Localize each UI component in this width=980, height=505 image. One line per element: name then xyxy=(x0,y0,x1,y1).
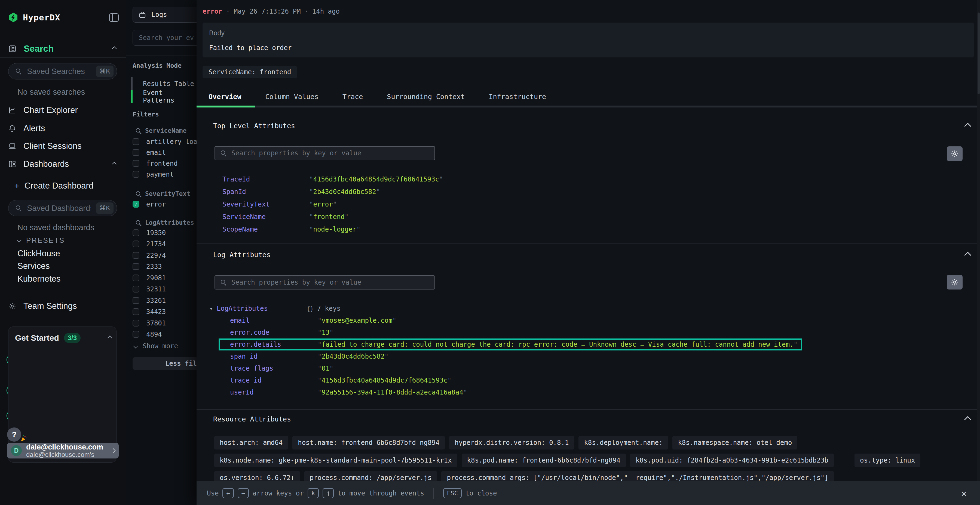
attribute-value[interactable]: vmoses@example.com xyxy=(321,317,392,324)
tab-infrastructure[interactable]: Infrastructure xyxy=(477,87,558,106)
attribute-key[interactable]: ServiceName xyxy=(223,213,309,221)
scrollbar[interactable] xyxy=(977,0,980,505)
service-name-chip[interactable]: ServiceName: frontend xyxy=(202,66,297,78)
attributes-settings-button[interactable] xyxy=(947,275,963,289)
tab-column-values[interactable]: Column Values xyxy=(253,87,331,106)
property-search-input[interactable] xyxy=(231,278,429,286)
attribute-row[interactable]: error.code "13" xyxy=(230,329,802,337)
sidebar-item-team-settings[interactable]: Team Settings xyxy=(8,301,118,311)
sidebar-item-chart-explorer[interactable]: Chart Explorer xyxy=(8,105,118,116)
attribute-key[interactable]: SeverityText xyxy=(223,200,309,208)
presets-toggle[interactable]: PRESETS xyxy=(18,236,65,245)
checkbox[interactable] xyxy=(132,138,139,145)
scrollbar-thumb[interactable] xyxy=(978,13,980,94)
resource-chip[interactable]: host.arch: amd64 xyxy=(214,436,288,449)
collapse-section-icon[interactable] xyxy=(964,416,971,423)
attribute-key[interactable]: TraceId xyxy=(223,176,309,183)
collapse-section-icon[interactable] xyxy=(964,252,971,259)
property-search-box[interactable] xyxy=(215,146,435,160)
source-select-button[interactable]: Logs xyxy=(132,7,197,22)
less-filters-button[interactable]: Less fil xyxy=(132,357,197,370)
checkbox[interactable] xyxy=(132,297,139,304)
create-dashboard-button[interactable]: + Create Dashboard xyxy=(14,180,93,191)
resource-chip[interactable]: k8s.deployment.name: xyxy=(579,436,668,449)
filter-option[interactable]: 34423 xyxy=(132,308,166,315)
attribute-key[interactable]: span_id xyxy=(230,353,318,360)
property-search-input[interactable] xyxy=(231,149,429,157)
user-menu[interactable]: D dale@clickhouse.com dale@clickhouse.co… xyxy=(7,443,119,459)
attribute-value[interactable]: node-logger xyxy=(313,226,356,233)
attribute-row[interactable]: trace_id "4156d3fbc40a64854d9dc7f6864159… xyxy=(230,376,802,384)
checkbox[interactable] xyxy=(132,171,139,178)
filter-option[interactable]: artillery-loa xyxy=(132,138,197,145)
checkbox-checked[interactable]: ✓ xyxy=(132,201,139,208)
attribute-value[interactable]: failed to charge card: could not charge … xyxy=(321,341,794,348)
tab-surrounding-context[interactable]: Surrounding Context xyxy=(375,87,477,106)
attribute-value[interactable]: 01 xyxy=(321,365,329,372)
log-attributes-tree-root[interactable]: ▾ LogAttributes {} 7 keys xyxy=(210,305,340,313)
filter-option[interactable]: 37801 xyxy=(132,319,166,327)
resource-chip[interactable]: hyperdx.distro.version: 0.8.1 xyxy=(449,436,574,449)
search-icon[interactable] xyxy=(135,191,141,197)
help-button[interactable]: ? xyxy=(7,427,21,441)
filter-option[interactable]: 4894 xyxy=(132,330,162,338)
checkbox[interactable] xyxy=(132,275,139,281)
event-search-box[interactable] xyxy=(132,30,197,46)
checkbox[interactable] xyxy=(132,160,139,167)
resource-chip[interactable]: os.type: linux xyxy=(854,454,920,467)
attribute-row[interactable]: SpanId "2b43d0c4dd6bc582" xyxy=(223,188,443,196)
property-search-box[interactable] xyxy=(215,275,435,289)
saved-dashboards-input[interactable] xyxy=(26,203,91,213)
attribute-key[interactable]: email xyxy=(230,317,318,324)
attribute-row[interactable]: ServiceName "frontend" xyxy=(223,213,443,221)
mode-results-table[interactable]: Results Table xyxy=(131,77,194,90)
attribute-key[interactable]: error.code xyxy=(230,329,318,336)
attribute-value[interactable]: 2b43d0c4dd6bc582 xyxy=(321,353,384,360)
attribute-value[interactable]: error xyxy=(313,200,332,208)
checkbox[interactable] xyxy=(132,149,139,156)
checkbox[interactable] xyxy=(132,241,139,247)
filter-option[interactable]: 19350 xyxy=(132,229,166,237)
attribute-row-highlighted[interactable]: error.details "failed to charge card: co… xyxy=(219,338,802,351)
checkbox[interactable] xyxy=(132,331,139,338)
chevron-up-icon[interactable] xyxy=(108,336,112,340)
filter-option[interactable]: 21734 xyxy=(132,240,166,248)
attribute-value[interactable]: 4156d3fbc40a64854d9dc7f68641593c xyxy=(321,376,447,384)
checkbox[interactable] xyxy=(132,229,139,236)
sidebar-item-client-sessions[interactable]: Client Sessions xyxy=(8,141,118,152)
checkbox[interactable] xyxy=(132,263,139,270)
attribute-value[interactable]: 2b43d0c4dd6bc582 xyxy=(313,188,376,195)
attribute-row[interactable]: email "vmoses@example.com" xyxy=(230,316,802,325)
filter-option[interactable]: 22974 xyxy=(132,252,166,259)
attribute-row[interactable]: trace_flags "01" xyxy=(230,364,802,373)
sidebar-item-dashboards[interactable]: Dashboards xyxy=(8,159,118,170)
attribute-key[interactable]: LogAttributes xyxy=(217,305,307,312)
attribute-key[interactable]: SpanId xyxy=(223,188,309,195)
resource-chip[interactable]: host.name: frontend-6b6c8d7bfd-ng894 xyxy=(293,436,445,449)
saved-dashboards-search[interactable]: ⌘K xyxy=(8,200,117,216)
attribute-row[interactable]: userId "92a55156-39a4-11f0-8ddd-a2eca416… xyxy=(230,388,802,397)
mode-event-patterns[interactable]: Event Patterns xyxy=(131,90,197,103)
sidebar-item-services[interactable]: Services xyxy=(18,262,50,271)
filter-option[interactable]: 33261 xyxy=(132,297,166,304)
attribute-value[interactable]: 4156d3fbc40a64854d9dc7f68641593c xyxy=(313,176,439,183)
checkbox[interactable] xyxy=(132,252,139,259)
attributes-settings-button[interactable] xyxy=(947,146,963,161)
attribute-key[interactable]: trace_flags xyxy=(230,365,318,372)
collapse-section-icon[interactable] xyxy=(964,123,971,130)
attribute-key[interactable]: trace_id xyxy=(230,376,318,384)
event-search-input[interactable] xyxy=(138,34,197,42)
sidebar-item-alerts[interactable]: Alerts xyxy=(8,123,118,134)
attribute-value[interactable]: 13 xyxy=(321,329,329,336)
attribute-key[interactable]: userId xyxy=(230,389,318,396)
search-icon[interactable] xyxy=(135,128,141,133)
attribute-key[interactable]: error.details xyxy=(230,341,318,348)
resource-chip[interactable]: k8s.namespace.name: otel-demo xyxy=(672,436,797,449)
saved-searches-input[interactable] xyxy=(26,67,91,76)
attribute-row[interactable]: TraceId "4156d3fbc40a64854d9dc7f68641593… xyxy=(223,175,443,183)
filter-option[interactable]: email xyxy=(132,149,166,156)
tab-overview[interactable]: Overview xyxy=(197,87,253,106)
resource-chip[interactable]: k8s.pod.name: frontend-6b6c8d7bfd-ng894 xyxy=(462,454,626,467)
attribute-value[interactable]: 92a55156-39a4-11f0-8ddd-a2eca416a8a4 xyxy=(321,389,463,396)
sidebar-item-kubernetes[interactable]: Kubernetes xyxy=(18,274,61,284)
